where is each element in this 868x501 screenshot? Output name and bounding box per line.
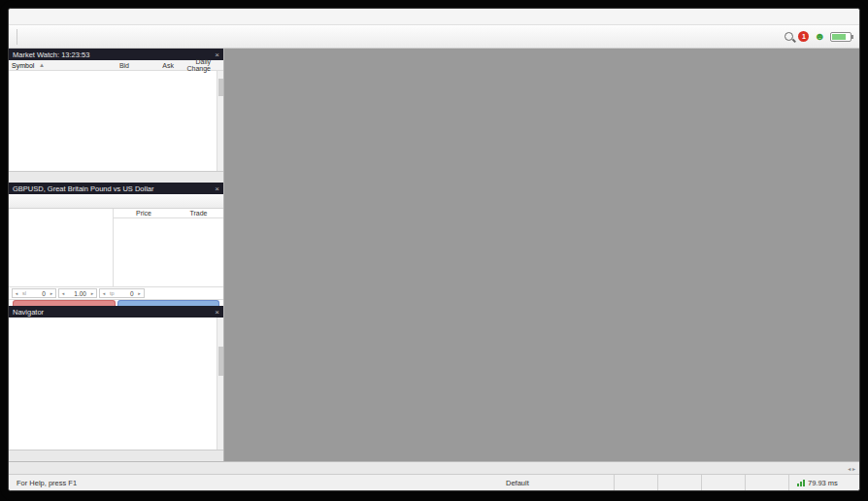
status-help-text: For Help, press F1 [9, 475, 498, 490]
market-watch-title: Market Watch: 13:23:53 [13, 50, 89, 59]
market-watch-table [9, 71, 223, 171]
navigator-title: Navigator [13, 308, 44, 317]
ladder-price-header: Price [114, 210, 174, 217]
navigator-scrollbar[interactable] [217, 317, 223, 450]
left-sidebar: Market Watch: 13:23:53 × Symbol ▴ Bid As… [9, 49, 224, 461]
mt5-window: 1 ☻ Market Watch: 13:23:53 × Symbol ▴ Bi… [8, 8, 860, 491]
market-watch-column-header: Symbol ▴ Bid Ask Daily Change [9, 60, 223, 71]
market-watch-scrollbar[interactable] [217, 71, 223, 171]
navigator-header: Navigator × [9, 306, 223, 317]
navigator-tree [9, 317, 223, 450]
dom-panel-title: GBPUSD, Great Britain Pound vs US Dollar [13, 184, 153, 193]
dom-toolbar [9, 194, 223, 209]
column-daily-change[interactable]: Daily Change [174, 58, 218, 72]
user-icon[interactable]: ☻ [814, 31, 825, 42]
tick-chart [9, 209, 114, 286]
connection-signal-icon [797, 480, 805, 486]
screen-background: 1 ☻ Market Watch: 13:23:53 × Symbol ▴ Bi… [0, 0, 868, 501]
dom-body: Price Trade [9, 209, 223, 287]
menu-bar [9, 9, 859, 25]
price-ladder: Price Trade [114, 209, 223, 286]
navigator-close-icon[interactable]: × [215, 308, 219, 317]
column-symbol: Symbol [12, 62, 34, 69]
status-bar: For Help, press F1 Default 79.93 ms [9, 474, 859, 490]
toolbar-separator [17, 29, 17, 45]
ladder-trade-header: Trade [174, 210, 223, 217]
chart-tab-bar: ◂ ▸ [9, 461, 859, 474]
toolbar-right-group: 1 ☻ [785, 31, 855, 42]
column-bid[interactable]: Bid [79, 62, 129, 69]
dom-panel-header: GBPUSD, Great Britain Pound vs US Dollar… [9, 183, 223, 194]
toolbar: 1 ☻ [9, 25, 859, 49]
main-area: Market Watch: 13:23:53 × Symbol ▴ Bid As… [9, 49, 859, 461]
sort-indicator-icon: ▴ [40, 61, 44, 69]
volume-stepper[interactable]: ◂1.00▸ [58, 288, 97, 298]
chart-grid [224, 49, 859, 461]
market-watch-tabs [9, 171, 223, 183]
navigator-tabs [9, 450, 223, 461]
notifications-badge[interactable]: 1 [798, 31, 809, 42]
search-icon[interactable] [785, 32, 793, 41]
battery-icon [830, 32, 851, 42]
status-profile[interactable]: Default [498, 475, 615, 490]
take-profit-stepper[interactable]: ◂tp 0▸ [99, 288, 145, 298]
status-latency: 79.93 ms [789, 475, 859, 490]
order-controls: ◂sl 0▸ ◂1.00▸ ◂tp 0▸ [9, 287, 223, 300]
dom-panel-close-icon[interactable]: × [215, 184, 219, 193]
stop-loss-stepper[interactable]: ◂sl 0▸ [12, 288, 56, 298]
column-ask[interactable]: Ask [129, 62, 174, 69]
tab-scroll-arrows[interactable]: ◂ ▸ [848, 465, 855, 472]
